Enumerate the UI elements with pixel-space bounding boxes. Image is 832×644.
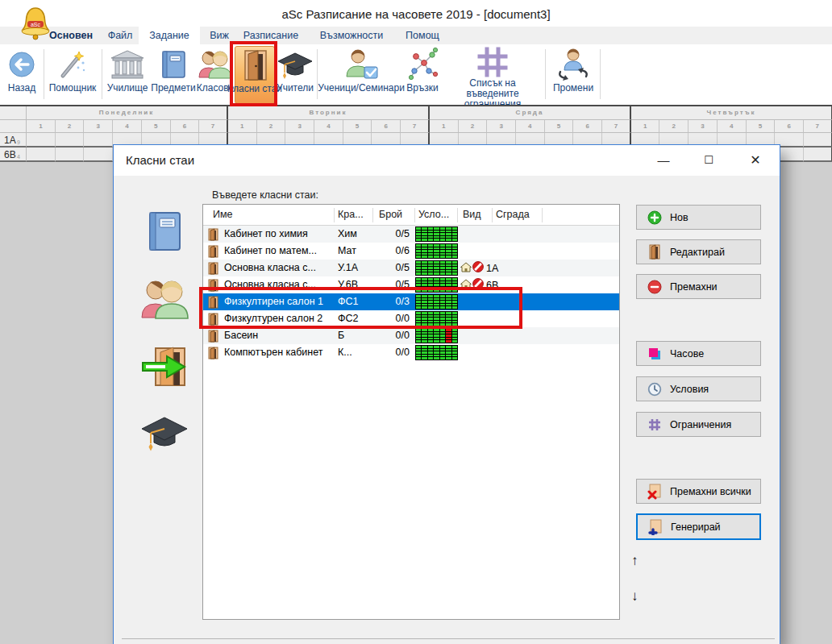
school-button[interactable]: Училище [105, 46, 150, 104]
classroom-name: Басеин [224, 330, 258, 341]
classroom-name: Кабинет по матем... [224, 245, 317, 256]
changes-button[interactable]: Промени [550, 46, 597, 104]
condition-grid [415, 328, 458, 343]
classes-people-icon[interactable] [131, 277, 198, 345]
graduation-cap-icon [277, 46, 314, 83]
tab-osnoven[interactable]: Основен [44, 27, 98, 44]
timetable-period-header: 4 [718, 120, 747, 133]
lessons-button[interactable]: Часове [636, 341, 761, 366]
remove-all-button[interactable]: Премахни всички [636, 479, 761, 504]
ribbon-tab-bar: Основен Файл Задание Виж Разписание Възм… [0, 27, 832, 44]
timetable-period-header: 4 [516, 120, 545, 133]
students-seminars-button[interactable]: Ученици/Семинари [319, 46, 403, 104]
clock-icon [647, 382, 663, 397]
column-header-count[interactable]: Брой [379, 209, 402, 220]
maximize-button[interactable]: ☐ [691, 145, 726, 176]
new-button[interactable]: Нов [636, 205, 761, 230]
minimize-button[interactable]: — [646, 145, 681, 176]
column-header-condition[interactable]: Усло... [418, 209, 449, 220]
teachers-cap-icon[interactable] [131, 413, 198, 480]
constraints-button[interactable]: Ограничения [636, 412, 761, 437]
column-header-type[interactable]: Вид [463, 209, 481, 220]
tab-pomosht[interactable]: Помощ [400, 27, 445, 44]
back-button[interactable]: Назад [3, 46, 40, 104]
classroom-row[interactable]: БасеинБ0/0 [203, 327, 619, 344]
tab-vazmozhnosti[interactable]: Възможности [314, 27, 389, 44]
door-icon [208, 330, 218, 345]
classrooms-door-icon[interactable] [131, 345, 198, 413]
links-button[interactable]: Връзки [403, 46, 442, 104]
timetable-cell[interactable] [84, 147, 113, 162]
no-entry-icon [472, 261, 484, 275]
timetable-cell[interactable] [56, 133, 85, 147]
move-down-arrow[interactable]: ↓ [631, 588, 639, 605]
timetable-day-header: Сряда [430, 106, 631, 120]
dialog-titlebar[interactable]: Класни стаи — ☐ ✕ [114, 145, 780, 176]
magic-wand-icon [56, 46, 89, 83]
timetable-period-header: 3 [84, 120, 113, 133]
close-button[interactable]: ✕ [738, 145, 773, 176]
timetable-row-label: 1A9 [0, 133, 27, 147]
column-header-short[interactable]: Кра... [338, 209, 364, 220]
timetable-period-header: 5 [545, 120, 574, 133]
list-header: Име Кра... Брой Усло... Вид Сграда [203, 205, 619, 226]
svg-text:aSc: aSc [31, 22, 41, 27]
classroom-short: Хим [338, 228, 357, 239]
timetable-period-header: 4 [113, 120, 142, 133]
timetable-period-header: 5 [747, 120, 776, 133]
move-up-arrow[interactable]: ↑ [631, 553, 639, 569]
book-icon [160, 46, 187, 83]
classroom-short: Мат [338, 245, 356, 256]
subjects-button[interactable]: Предмети [152, 46, 195, 104]
timetable-row-label: 6B4 [0, 147, 27, 162]
links-network-icon [405, 46, 440, 83]
classroom-short: У.1А [338, 262, 358, 273]
changes-person-icon [555, 46, 591, 83]
teachers-button[interactable]: Учители [275, 46, 315, 104]
timetable-cell[interactable] [27, 147, 56, 162]
timetable-period-header: 3 [285, 120, 314, 133]
minus-circle-icon [647, 280, 663, 294]
timetable-period-header: 1 [228, 120, 257, 133]
door-icon [208, 228, 218, 243]
remove-button[interactable]: Премахни [636, 274, 761, 299]
timetable-cell[interactable] [804, 147, 832, 162]
timetable-period-header: 6 [372, 120, 401, 133]
classrooms-dialog: Класни стаи — ☐ ✕ Въведете класни стаи: … [113, 144, 780, 644]
generate-button[interactable]: Генерирай [636, 513, 761, 540]
timetable-period-header: 4 [314, 120, 343, 133]
classroom-row[interactable]: Компютърен кабинетК...0/0 [203, 344, 619, 361]
timetable-cell[interactable] [804, 133, 832, 147]
classroom-name: Компютърен кабинет [224, 347, 323, 358]
tab-fail[interactable]: Файл [103, 27, 137, 44]
edit-button[interactable]: Редактирай [636, 239, 761, 264]
window-title: aSc Разписание на часовете 2019 - [docum… [0, 7, 832, 21]
dialog-nav-icons [131, 210, 198, 480]
column-header-building[interactable]: Сграда [496, 209, 530, 220]
conditions-button[interactable]: Условия [636, 376, 761, 401]
door-icon [208, 347, 218, 362]
classroom-row[interactable]: Основна класна с...У.1А0/51А [203, 260, 619, 276]
door-icon [647, 244, 663, 260]
timetable-cell[interactable] [56, 147, 85, 162]
timetable-cell[interactable] [27, 133, 56, 147]
school-building-icon [110, 46, 145, 83]
column-header-name[interactable]: Име [213, 209, 233, 220]
constraints-list-button[interactable]: Списък на въведените ограничения [443, 46, 543, 104]
tab-zadanie[interactable]: Задание [139, 27, 200, 44]
app-logo-bell-icon: aSc [19, 5, 52, 45]
classroom-count: 0/6 [369, 245, 410, 256]
classes-people-icon [197, 46, 234, 83]
timetable-period-header: 6 [775, 120, 804, 133]
plus-circle-icon [647, 210, 663, 225]
timetable-period-header: 3 [487, 120, 516, 133]
timetable-period-header: 5 [343, 120, 372, 133]
classroom-count: 0/0 [369, 330, 410, 341]
timetable-cell[interactable] [84, 133, 113, 147]
toolbar-separator [44, 49, 44, 99]
classroom-row[interactable]: Кабинет по химияХим0/5 [203, 226, 619, 243]
wizard-button[interactable]: Помощник [47, 46, 98, 104]
subjects-book-icon[interactable] [131, 210, 198, 277]
classroom-row[interactable]: Кабинет по матем...Мат0/6 [203, 243, 619, 260]
classroom-name: Основна класна с... [224, 262, 316, 273]
